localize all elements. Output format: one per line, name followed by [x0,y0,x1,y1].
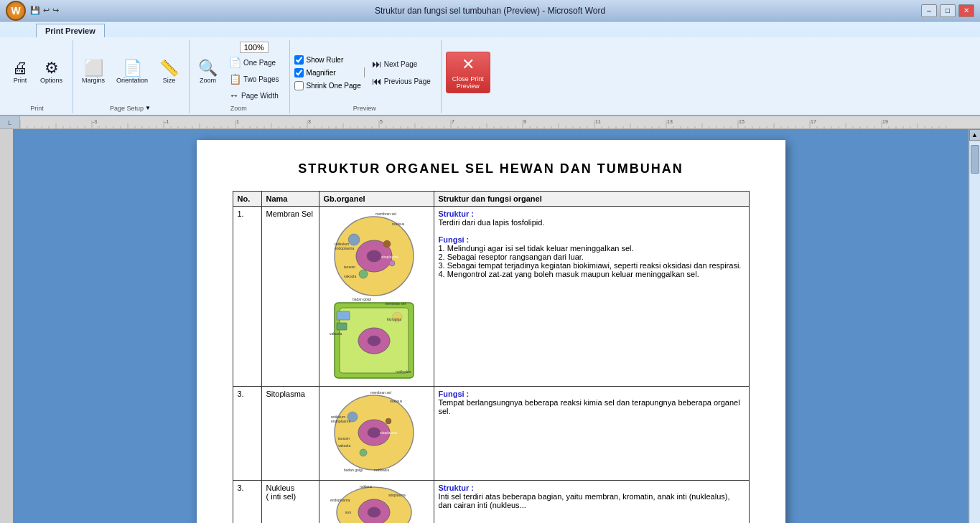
document-page: STRUKTUR ORGANEL SEL HEWAN DAN TUMBUHAN … [197,140,785,523]
horizontal-ruler: -3-1135791113151719 [20,116,980,128]
membran-sel-image: membran sel nukleus retikulum endoplasma… [324,209,424,382]
svg-text:iom: iom [345,510,351,514]
ruler-corner: L [0,116,20,128]
orientation-button[interactable]: 📄 Orientation [112,57,152,88]
ribbon-group-page-setup: ⬜ Margins 📄 Orientation 📏 Size Page Setu… [75,40,190,113]
shrink-one-page-checkbox[interactable] [294,81,304,90]
ribbon-content: 🖨 Print ⚙ Options Print ⬜ Margins 📄 Or [0,37,980,115]
print-group-items: 🖨 Print ⚙ Options [7,42,67,103]
scroll-up-button[interactable]: ▲ [969,129,981,141]
page-nav-group: ⏭ Next Page ⏮ Previous Page [368,56,435,89]
options-button[interactable]: ⚙ Options [36,57,67,88]
options-icon: ⚙ [45,60,59,76]
ruler-svg: -3-1135791113151719 [20,116,980,128]
row2-gb: membran sel nukleus retikulum endoplasma… [319,387,434,481]
one-page-icon: 📄 [229,57,241,68]
restore-button[interactable]: □ [940,4,956,17]
print-icon: 🖨 [12,60,28,76]
magnifier-checkbox-label[interactable]: Magnifier [294,67,361,78]
ribbon-tab-bar: Print Preview [0,22,980,37]
row3-struktur: Struktur : Inti sel terdiri atas beberap… [434,481,749,524]
show-ruler-checkbox-label[interactable]: Show Ruler [294,55,361,65]
next-page-icon: ⏭ [372,58,382,70]
svg-text:vakuola: vakuola [338,443,350,448]
svg-point-161 [368,336,381,346]
zoom-group-label: Zoom [230,105,247,112]
svg-text:1: 1 [236,119,239,124]
svg-text:badan golgi: badan golgi [344,468,363,472]
preview-group-label: Preview [353,105,376,112]
redo-icon[interactable]: ↪ [52,6,59,15]
main-area: STRUKTUR ORGANEL SEL HEWAN DAN TUMBUHAN … [0,129,980,523]
page-setup-expand-icon[interactable]: ▼ [145,105,151,111]
zoom-button[interactable]: 🔍 Zoom [194,57,222,88]
row3-gb: nukleus endoplasma sitoplasma iom [319,481,434,524]
zoom-icon: 🔍 [198,60,218,76]
svg-text:11: 11 [595,119,601,124]
page-area[interactable]: STRUKTUR ORGANEL SEL HEWAN DAN TUMBUHAN … [13,129,969,523]
undo-icon[interactable]: ↩ [43,6,50,15]
zoom-group-items: 🔍 Zoom 📄 One Page 📋 Two Pages [194,42,283,103]
svg-point-148 [359,270,368,278]
title-bar-left: W 💾 ↩ ↪ [6,1,59,21]
next-page-button[interactable]: ⏭ Next Page [368,56,435,72]
two-pages-button[interactable]: 📋 Two Pages [225,71,283,87]
ribbon-group-zoom: 🔍 Zoom 📄 One Page 📋 Two Pages [191,40,289,113]
page-width-icon: ↔ [229,90,239,101]
previous-page-label: Previous Page [384,77,431,85]
size-button[interactable]: 📏 Size [155,57,183,88]
row3-no: 3. [233,481,261,524]
svg-text:7: 7 [452,119,454,124]
svg-text:3: 3 [308,119,311,124]
margins-button[interactable]: ⬜ Margins [78,57,109,88]
svg-point-172 [368,428,381,438]
checkboxes-area: Show Ruler Magnifier Shrink One Page [294,55,361,91]
prev-page-icon: ⏮ [372,75,382,87]
shrink-one-page-checkbox-label[interactable]: Shrink One Page [294,80,361,91]
magnifier-label: Magnifier [307,69,336,77]
show-ruler-checkbox[interactable] [294,55,304,65]
svg-text:membran sel: membran sel [375,212,396,216]
magnifier-checkbox[interactable] [294,68,304,77]
document-table: No. Nama Gb.organel Struktur dan fungsi … [233,191,750,523]
one-page-button[interactable]: 📄 One Page [225,55,283,70]
svg-text:sitoplasma: sitoplasma [388,493,406,497]
close-group-items: ✕ Close PrintPreview [446,42,490,103]
ribbon-group-print: 🖨 Print ⚙ Options Print [4,40,73,113]
svg-text:endoplasma: endoplasma [335,246,354,250]
scroll-thumb[interactable] [971,145,979,174]
svg-text:19: 19 [882,119,888,124]
previous-page-button[interactable]: ⏮ Previous Page [368,73,435,89]
svg-point-146 [367,250,381,262]
svg-text:13: 13 [667,119,673,124]
svg-text:17: 17 [811,119,816,124]
close-preview-icon: ✕ [462,55,475,74]
row3-nama: Nukleus( inti sel) [261,481,319,524]
row2-no: 3. [233,387,261,481]
two-pages-label: Two Pages [243,75,279,83]
scroll-track[interactable] [970,141,980,523]
vertical-scrollbar[interactable]: ▲ ▼ [969,129,980,523]
show-ruler-label: Show Ruler [307,56,344,64]
minimize-button[interactable]: – [921,4,937,17]
page-width-button[interactable]: ↔ Page Width [225,88,283,103]
svg-text:sitoplasma: sitoplasma [380,430,397,435]
ribbon: Print Preview 🖨 Print ⚙ Options Print ⬜ [0,22,980,116]
table-header-struktur: Struktur dan fungsi organel [434,192,749,207]
save-icon[interactable]: 💾 [30,6,40,15]
print-button[interactable]: 🖨 Print [7,57,33,88]
fungsi-label-1: Fungsi : [439,235,470,244]
tab-print-preview[interactable]: Print Preview [36,24,105,37]
page-width-label: Page Width [241,92,279,100]
zoom-value-area: 📄 One Page 📋 Two Pages ↔ Page Width [225,42,283,103]
svg-text:5: 5 [380,119,383,124]
svg-text:endoplasma: endoplasma [331,419,350,423]
close-print-preview-button[interactable]: ✕ Close PrintPreview [446,52,490,93]
svg-text:isosom: isosom [344,265,355,269]
table-row: 3. Nukleus( inti sel) nukleus endoplasma… [233,481,749,524]
document-title: STRUKTUR ORGANEL SEL HEWAN DAN TUMBUHAN [233,161,750,176]
svg-text:kloroplas: kloroplas [387,317,402,321]
close-button[interactable]: ✕ [958,4,974,17]
zoom-input[interactable] [240,42,269,53]
svg-text:badan golgi: badan golgi [353,297,371,301]
